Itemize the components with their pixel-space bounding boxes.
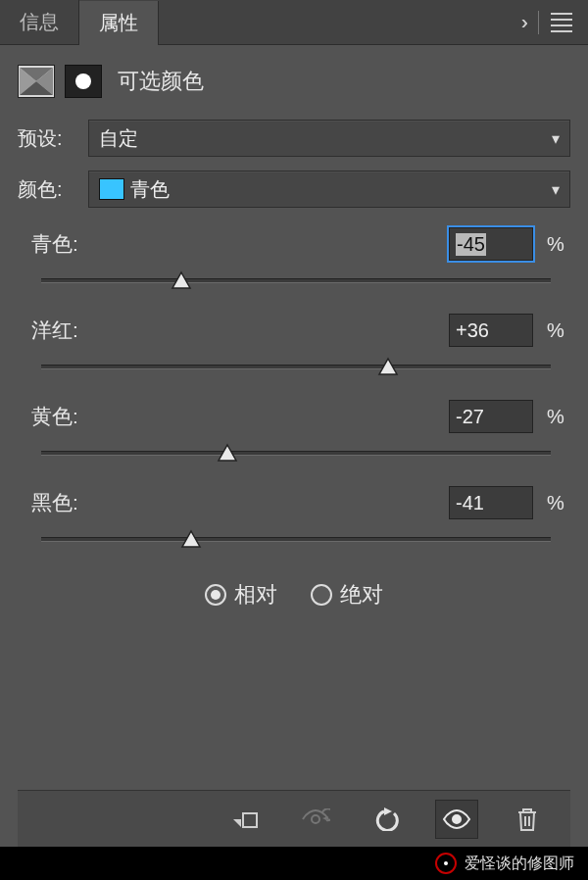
- chevron-down-icon: ▾: [552, 180, 560, 199]
- svg-point-5: [312, 815, 319, 823]
- color-swatch: [99, 178, 124, 200]
- radio-absolute-label: 绝对: [340, 580, 383, 610]
- slider-yellow-track[interactable]: [41, 443, 551, 464]
- slider-cyan-thumb[interactable]: [171, 270, 192, 290]
- percent-sign: %: [541, 319, 570, 342]
- slider-yellow-thumb[interactable]: [217, 443, 238, 463]
- slider-yellow-label: 黄色:: [31, 403, 449, 430]
- percent-sign: %: [541, 492, 570, 514]
- panel-footer: [18, 790, 570, 847]
- preset-value: 自定: [99, 125, 138, 152]
- tab-properties[interactable]: 属性: [79, 1, 159, 45]
- radio-relative[interactable]: 相对: [205, 580, 277, 610]
- view-previous-button[interactable]: [294, 800, 337, 839]
- watermark-strip: 爱怪谈的修图师: [0, 847, 588, 880]
- slider-black-input[interactable]: -41: [449, 486, 533, 519]
- watermark-text: 爱怪谈的修图师: [465, 854, 574, 874]
- slider-yellow-input[interactable]: -27: [449, 400, 533, 433]
- sliders-area: 青色: -45 % 洋红: +36 %: [18, 227, 570, 572]
- slider-black-thumb[interactable]: [180, 529, 202, 549]
- adjustment-title: 可选颜色: [118, 67, 204, 96]
- slider-cyan-label: 青色:: [31, 230, 449, 258]
- preset-row: 预设: 自定 ▾: [18, 120, 570, 157]
- svg-rect-4: [243, 813, 257, 827]
- adjustment-title-row: 可选颜色: [18, 65, 570, 98]
- radio-icon: [311, 584, 332, 606]
- mask-thumbnail-icon[interactable]: [65, 65, 102, 98]
- slider-cyan: 青色: -45 %: [22, 227, 570, 292]
- color-label: 颜色:: [18, 176, 78, 203]
- radio-icon: [205, 584, 226, 606]
- preset-label: 预设:: [18, 125, 78, 152]
- properties-panel: 信息 属性 ›› 可选颜色 预: [0, 0, 588, 847]
- tab-bar: 信息 属性 ››: [0, 0, 588, 45]
- slider-magenta-input[interactable]: +36: [449, 314, 533, 347]
- percent-sign: %: [541, 233, 570, 256]
- svg-point-6: [453, 815, 461, 823]
- slider-magenta-label: 洋红:: [31, 317, 449, 344]
- slider-cyan-input[interactable]: -45: [449, 227, 533, 261]
- mode-radio-row: 相对 绝对: [18, 580, 570, 610]
- radio-absolute[interactable]: 绝对: [311, 580, 383, 610]
- selective-color-icon: [18, 65, 55, 98]
- chevron-down-icon: ▾: [552, 129, 560, 148]
- weibo-icon: [435, 853, 457, 874]
- slider-magenta-track[interactable]: [41, 357, 551, 378]
- reset-button[interactable]: [365, 800, 408, 839]
- color-value: 青色: [130, 176, 170, 203]
- tab-info[interactable]: 信息: [0, 0, 79, 44]
- slider-black-label: 黑色:: [31, 489, 449, 516]
- color-row: 颜色: 青色 ▾: [18, 171, 570, 208]
- clip-to-layer-button[interactable]: [223, 800, 267, 839]
- collapse-icon[interactable]: ››: [521, 11, 530, 33]
- panel-menu-icon[interactable]: [547, 9, 576, 36]
- color-select[interactable]: 青色 ▾: [88, 171, 570, 208]
- slider-black: 黑色: -41 %: [22, 486, 570, 551]
- delete-button[interactable]: [506, 800, 549, 839]
- divider: [538, 11, 539, 34]
- preset-select[interactable]: 自定 ▾: [88, 120, 570, 157]
- panel-body: 可选颜色 预设: 自定 ▾ 颜色: 青色 ▾ 青色: -45 %: [0, 45, 588, 847]
- slider-yellow: 黄色: -27 %: [22, 400, 570, 464]
- visibility-button[interactable]: [435, 800, 478, 839]
- slider-black-track[interactable]: [41, 529, 551, 551]
- slider-cyan-track[interactable]: [41, 270, 551, 292]
- radio-relative-label: 相对: [234, 580, 277, 610]
- slider-magenta-thumb[interactable]: [377, 357, 399, 376]
- percent-sign: %: [541, 406, 570, 428]
- slider-magenta: 洋红: +36 %: [22, 314, 570, 378]
